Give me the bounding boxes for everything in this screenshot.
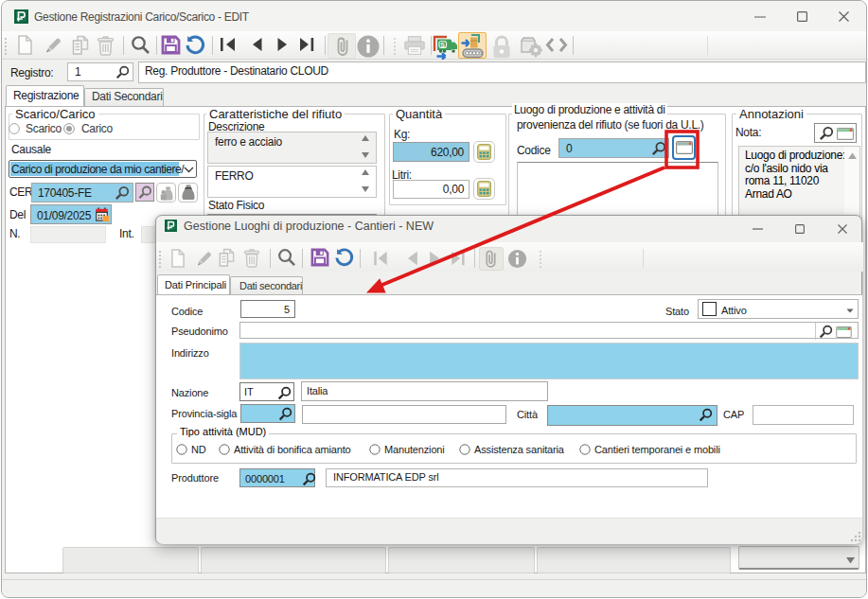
svg-text:S: S: [440, 42, 445, 48]
